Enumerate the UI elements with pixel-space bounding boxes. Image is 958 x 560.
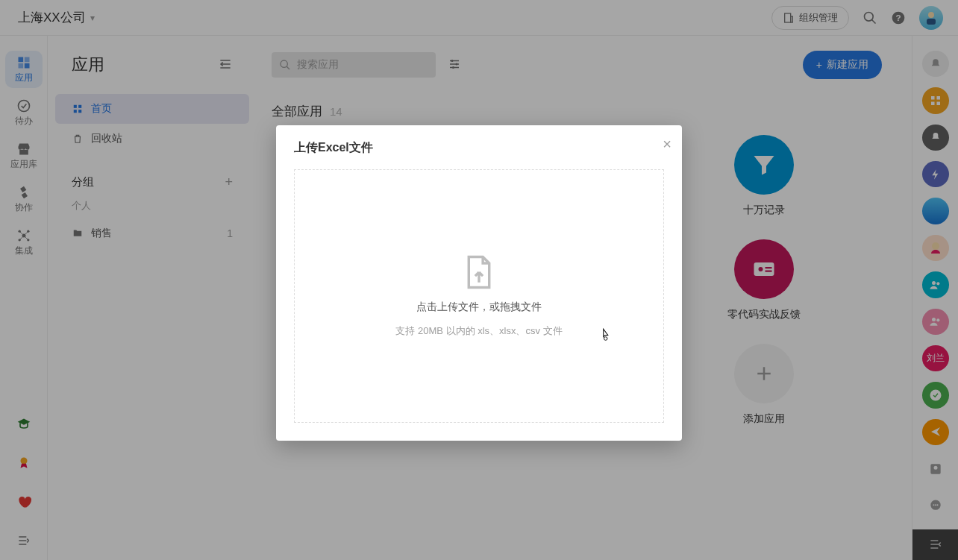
modal-close-button[interactable]: × bbox=[663, 136, 671, 153]
upload-modal: 上传Excel文件 × 点击上传文件，或拖拽文件 支持 20MB 以内的 xls… bbox=[276, 125, 682, 441]
file-upload-icon bbox=[463, 254, 495, 290]
modal-overlay[interactable]: 上传Excel文件 × 点击上传文件，或拖拽文件 支持 20MB 以内的 xls… bbox=[0, 0, 958, 560]
dropzone-text: 点击上传文件，或拖拽文件 bbox=[416, 301, 542, 314]
modal-title: 上传Excel文件 bbox=[294, 140, 664, 156]
upload-dropzone[interactable]: 点击上传文件，或拖拽文件 支持 20MB 以内的 xls、xlsx、csv 文件 bbox=[294, 169, 664, 423]
dropzone-hint: 支持 20MB 以内的 xls、xlsx、csv 文件 bbox=[395, 324, 562, 338]
